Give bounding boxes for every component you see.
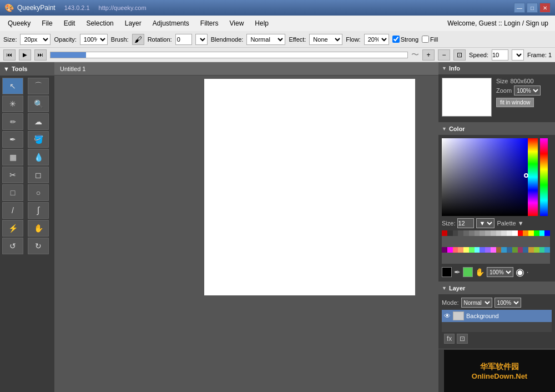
menu-filters[interactable]: Filters (195, 17, 224, 29)
swatch-35[interactable] (523, 247, 528, 253)
tool-magic-wand[interactable]: ✳ (2, 96, 23, 112)
fit-window-button[interactable]: fit in window (496, 98, 534, 107)
swatch-38[interactable] (539, 247, 545, 253)
swatch-28[interactable] (485, 247, 491, 253)
play-button[interactable]: ▶ (19, 49, 31, 61)
menu-layer[interactable]: Layer (119, 17, 147, 29)
swatch-14[interactable] (518, 230, 523, 236)
swatch-3[interactable] (458, 230, 463, 236)
menu-help[interactable]: Help (249, 17, 274, 29)
swatch-1[interactable] (447, 230, 453, 236)
tools-header[interactable]: ▼ Tools (0, 62, 54, 76)
swatch-10[interactable] (496, 230, 502, 236)
swatch-4[interactable] (463, 230, 469, 236)
color-wheel-icon[interactable]: ◉ (516, 266, 524, 278)
color-header[interactable]: ▼ Color (438, 123, 555, 135)
layer-item[interactable]: 👁 Background (442, 310, 552, 322)
brush-preview[interactable]: 🖌 (132, 34, 144, 45)
menu-edit[interactable]: Edit (58, 17, 81, 29)
rotation-select[interactable]: ° (195, 34, 208, 45)
tool-rectangle[interactable]: □ (2, 184, 23, 201)
swatch-23[interactable] (458, 247, 463, 253)
tool-dropper[interactable]: 💧 (28, 149, 49, 165)
tool-redo[interactable]: ↻ (28, 238, 49, 254)
canvas-area[interactable]: Untitled 1 (54, 62, 438, 392)
layer-visibility-icon[interactable]: 👁 (444, 312, 451, 320)
swatch-37[interactable] (534, 247, 539, 253)
color-hand-icon[interactable]: ✋ (475, 268, 485, 277)
blendmode-select[interactable]: Normal Multiply (246, 34, 285, 45)
color-size-input[interactable] (457, 218, 474, 228)
fit-button[interactable]: ⊡ (453, 49, 466, 61)
swatch-25[interactable] (469, 247, 475, 253)
swatch-39[interactable] (544, 247, 550, 253)
layer-effects-button[interactable]: fx (444, 334, 455, 344)
swatch-8[interactable] (485, 230, 491, 236)
color-gradient-canvas[interactable] (442, 138, 528, 216)
opacity-select[interactable]: 100% 50% (80, 34, 108, 45)
color-hue-canvas[interactable] (528, 138, 538, 216)
strong-checkbox[interactable] (392, 36, 400, 43)
tool-lasso[interactable]: ⌒ (28, 78, 49, 94)
tool-eraser[interactable]: ◻ (28, 167, 49, 183)
flow-select[interactable]: 20% 50% (364, 34, 389, 45)
swatch-36[interactable] (528, 247, 534, 253)
swatch-30[interactable] (496, 247, 502, 253)
color-size-select[interactable]: ▼ (476, 218, 495, 228)
maximize-button[interactable]: □ (527, 3, 538, 13)
prev-frame-button[interactable]: ⏮ (3, 49, 16, 61)
tool-bucket[interactable]: 🪣 (28, 131, 49, 148)
speed-input[interactable] (492, 49, 508, 61)
tool-ellipse[interactable]: ○ (28, 184, 49, 201)
swatch-9[interactable] (491, 230, 496, 236)
swatch-2[interactable] (453, 230, 458, 236)
zoom-in-button[interactable]: + (422, 49, 435, 61)
swatch-red[interactable] (442, 230, 447, 236)
zoom-select[interactable]: 100% 50% 200% (514, 86, 541, 96)
swatch-19[interactable] (544, 230, 550, 236)
tool-smudge[interactable]: ☁ (28, 113, 49, 130)
tool-line[interactable]: / (2, 202, 23, 219)
swatch-24[interactable] (463, 247, 469, 253)
swatch-29[interactable] (491, 247, 496, 253)
fill-checkbox-label[interactable]: Fill (422, 36, 438, 43)
tool-curve[interactable]: ∫ (28, 202, 49, 219)
color-picker-icon[interactable]: ✒ (454, 268, 461, 277)
color-foreground-swatch[interactable] (442, 267, 452, 277)
swatch-13[interactable] (512, 230, 518, 236)
menu-queeky[interactable]: Queeky (2, 17, 36, 29)
menu-adjustments[interactable]: Adjustments (147, 17, 195, 29)
user-info[interactable]: Welcome, Guest :: Login / Sign up (447, 19, 553, 27)
color-opacity-select[interactable]: 100% (487, 267, 513, 277)
size-select[interactable]: 20px 10px 30px (20, 34, 51, 45)
swatch-21[interactable] (447, 247, 453, 253)
tool-select[interactable]: ↖ (2, 78, 23, 94)
swatch-15[interactable] (523, 230, 528, 236)
menu-file[interactable]: File (36, 17, 58, 29)
swatch-6[interactable] (475, 230, 480, 236)
swatch-11[interactable] (501, 230, 507, 236)
swatch-12[interactable] (507, 230, 512, 236)
swatch-31[interactable] (501, 247, 507, 253)
menu-selection[interactable]: Selection (80, 17, 119, 29)
tool-hand[interactable]: ✋ (28, 220, 49, 237)
tool-polygon[interactable]: ⚡ (2, 220, 23, 237)
strong-checkbox-label[interactable]: Strong (392, 36, 418, 43)
swatch-34[interactable] (518, 247, 523, 253)
close-button[interactable]: ✕ (539, 3, 551, 13)
layer-opacity-select[interactable]: 100% (495, 298, 521, 308)
swatch-17[interactable] (534, 230, 539, 236)
swatch-32[interactable] (507, 247, 512, 253)
swatch-26[interactable] (475, 247, 480, 253)
color-picker-area[interactable] (442, 138, 550, 216)
progress-bar-container[interactable] (50, 52, 408, 58)
info-header[interactable]: ▼ Info (438, 62, 555, 74)
rotation-input[interactable] (175, 34, 192, 45)
speed-select[interactable]: ▼ (512, 49, 524, 61)
color-green-swatch[interactable] (463, 267, 473, 277)
swatch-22[interactable] (453, 247, 458, 253)
swatch-27[interactable] (480, 247, 485, 253)
palette-button[interactable]: Palette ▼ (497, 220, 523, 227)
layer-header[interactable]: ▼ Layer (438, 282, 555, 294)
swatch-16[interactable] (528, 230, 534, 236)
